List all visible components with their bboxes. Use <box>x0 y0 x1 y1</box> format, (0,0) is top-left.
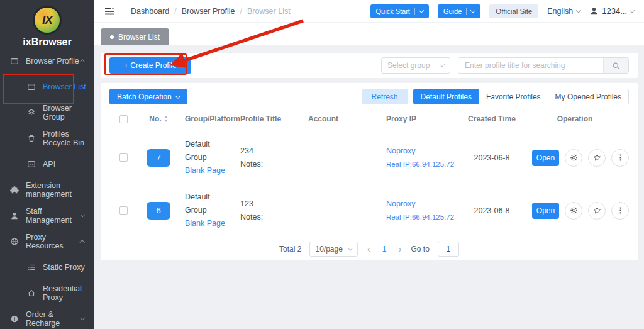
gear-icon <box>570 206 578 215</box>
filter-my-opened-profiles[interactable]: My Opened Profiles <box>548 89 629 104</box>
profile-search <box>458 57 629 74</box>
column-group-platform: Group/Platform <box>180 107 235 131</box>
chevron-up-icon <box>80 59 85 64</box>
created-time: 2023-06-8 <box>463 147 521 169</box>
collapse-sidebar-icon[interactable] <box>104 7 114 16</box>
profile-settings-button[interactable] <box>565 202 582 220</box>
sidebar-item-browser-list[interactable]: Browser List <box>0 74 94 99</box>
sidebar-item-proxy-resources[interactable]: Proxy Resources <box>0 228 94 254</box>
search-input[interactable] <box>458 58 603 73</box>
breadcrumb-browser-profile[interactable]: Browser Profile <box>182 7 235 16</box>
row-checkbox[interactable] <box>119 153 128 162</box>
browser-list-icon <box>26 82 36 91</box>
column-account: Account <box>303 107 381 131</box>
star-icon <box>593 206 601 215</box>
favorite-profile-button[interactable] <box>588 149 606 167</box>
search-button[interactable] <box>603 58 628 73</box>
prev-page-button[interactable]: ‹ <box>366 243 372 254</box>
profile-settings-button[interactable] <box>565 149 582 167</box>
filter-favorite-profiles[interactable]: Favorite Profiles <box>479 89 548 104</box>
puzzle-icon <box>9 185 19 194</box>
coin-icon <box>9 314 19 323</box>
refresh-button[interactable]: Refresh <box>362 89 408 104</box>
proxy-type-link[interactable]: Noproxy <box>386 198 458 211</box>
api-icon <box>26 159 36 169</box>
official-site-button[interactable]: Official Site <box>489 4 538 18</box>
language-selector[interactable]: English <box>547 7 580 16</box>
column-no[interactable]: No. <box>137 107 180 131</box>
favorite-profile-button[interactable] <box>588 202 606 220</box>
group-name: Default Group <box>185 191 230 217</box>
sidebar-item-label: Staff Management <box>26 207 81 225</box>
profile-notes: Notes: <box>240 158 298 171</box>
sidebar-item-label: API <box>43 160 55 169</box>
breadcrumb-dashboard[interactable]: Dashboard <box>131 7 169 16</box>
more-actions-button[interactable] <box>611 149 629 167</box>
more-actions-button[interactable] <box>611 202 629 220</box>
logo-letters: IX <box>42 13 52 27</box>
chevron-up-icon <box>80 240 85 245</box>
column-created-time: Created Time <box>463 107 521 131</box>
open-profile-button[interactable]: Open <box>532 203 559 219</box>
filter-default-profiles[interactable]: Default Profiles <box>413 89 479 104</box>
gear-icon <box>570 153 578 162</box>
toolbar-card: + Create Profile Select group <box>101 53 638 78</box>
person-icon <box>9 211 19 220</box>
sidebar-item-browser-profile[interactable]: Browser Profile <box>0 48 94 74</box>
column-proxy-ip: Proxy IP <box>381 107 463 131</box>
real-ip-link[interactable]: Real IP:66.94.125.72 <box>386 211 458 224</box>
sidebar-item-residential-proxy[interactable]: Residential Proxy <box>0 280 94 306</box>
star-icon <box>593 153 601 162</box>
sidebar-item-label: Extension management <box>26 181 94 199</box>
sidebar-item-label: Order & Recharge <box>26 310 81 328</box>
breadcrumb-separator: / <box>174 7 176 16</box>
table-row: 6 Default Group Blank Page 123 Notes: No… <box>109 184 629 237</box>
sidebar-item-profiles-recycle-bin[interactable]: Profiles Recycle Bin <box>0 125 94 151</box>
profile-number-badge[interactable]: 6 <box>147 202 170 220</box>
goto-label: Go to <box>411 245 430 254</box>
chevron-down-icon <box>440 62 445 67</box>
quick-start-button[interactable]: Quick Start <box>370 4 429 18</box>
chevron-down-icon <box>175 93 180 98</box>
account-menu[interactable]: 1234... <box>589 6 634 16</box>
profile-title: 234 <box>240 145 298 158</box>
ixbrowser-logo-icon: IX <box>33 6 62 35</box>
next-page-button[interactable]: › <box>397 243 403 254</box>
proxy-type-link[interactable]: Noproxy <box>386 145 458 158</box>
row-checkbox[interactable] <box>119 206 128 215</box>
sidebar-item-label: Profiles Recycle Bin <box>43 130 94 147</box>
page-number-current[interactable]: 1 <box>380 245 389 254</box>
sidebar-item-browser-group[interactable]: Browser Group <box>0 99 94 125</box>
sidebar-item-label: Browser List <box>43 82 86 91</box>
profile-notes: Notes: <box>240 211 298 224</box>
tab-browser-list[interactable]: Browser List <box>101 28 169 45</box>
select-group-dropdown[interactable]: Select group <box>381 57 450 74</box>
real-ip-link[interactable]: Real IP:66.94.125.72 <box>386 158 458 171</box>
breadcrumb-browser-list: Browser List <box>247 7 291 16</box>
create-profile-button[interactable]: + Create Profile <box>109 57 191 74</box>
sidebar-item-order-recharge[interactable]: Order & Recharge <box>0 306 94 329</box>
platform-link[interactable]: Blank Page <box>185 164 230 177</box>
per-page-select[interactable]: 10/page <box>309 242 357 257</box>
profile-filters: Refresh Default Profiles Favorite Profil… <box>362 89 630 104</box>
guide-button[interactable]: Guide <box>438 4 480 18</box>
profile-number-badge[interactable]: 7 <box>147 149 170 167</box>
tab-strip: Browser List <box>94 23 644 45</box>
platform-link[interactable]: Blank Page <box>185 217 230 230</box>
header-actions: Quick Start Guide Official Site English … <box>370 4 634 18</box>
open-profile-button[interactable]: Open <box>532 150 559 166</box>
created-time: 2023-06-8 <box>463 200 521 221</box>
select-all-checkbox[interactable] <box>119 115 128 123</box>
sidebar-item-staff-management[interactable]: Staff Management <box>0 203 94 228</box>
sidebar-item-static-proxy[interactable]: Static Proxy <box>0 254 94 280</box>
sidebar: IX ixBrowser Browser Profile Browser Lis… <box>0 0 94 329</box>
sidebar-item-extension-management[interactable]: Extension management <box>0 177 94 203</box>
column-operation: Operation <box>521 107 629 131</box>
brand-name: ixBrowser <box>0 36 94 48</box>
list-icon <box>26 262 36 272</box>
goto-page-input[interactable] <box>438 242 459 257</box>
chevron-down-icon <box>348 245 353 250</box>
batch-operation-button[interactable]: Batch Operation <box>109 89 187 104</box>
sidebar-item-api[interactable]: API <box>0 151 94 177</box>
profile-filter-tabs: Default Profiles Favorite Profiles My Op… <box>413 89 629 104</box>
